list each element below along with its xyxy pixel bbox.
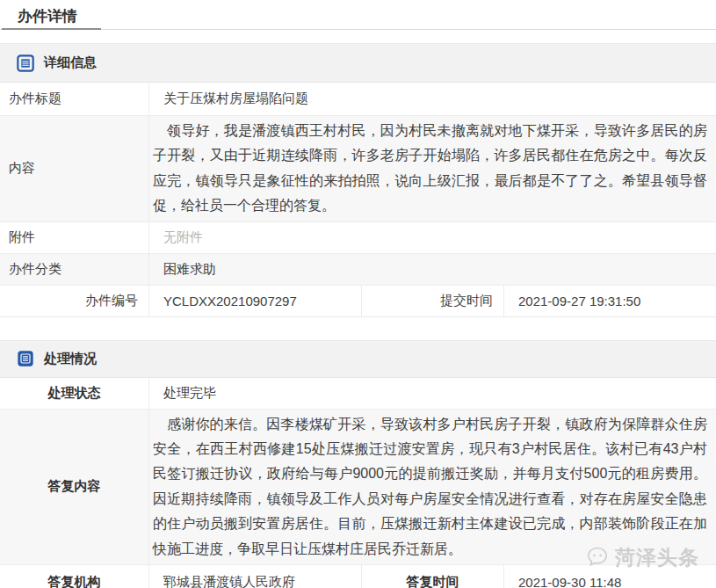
category-label: 办件分类 — [0, 254, 149, 285]
submit-time-label: 提交时间 — [362, 286, 504, 316]
case-title-label: 办件标题 — [0, 83, 149, 115]
table-row: 办件标题 关于压煤村房屋塌陷问题 — [0, 83, 716, 116]
reply-agency-value: 郓城县潘渡镇人民政府 — [149, 565, 362, 588]
content-value: 领导好，我是潘渡镇西王村村民，因为村民未撤离就对地下煤开采，导致许多居民的房子开… — [149, 116, 716, 221]
reply-note-icon — [17, 350, 34, 367]
table-row: 答复机构 郓城县潘渡镇人民政府 答复时间 2021-09-30 11:48 — [0, 565, 716, 588]
table-row: 答复内容 感谢你的来信。因李楼煤矿开采，导致该村多户村民房子开裂，镇政府为保障群… — [0, 410, 716, 565]
table-row: 内容 领导好，我是潘渡镇西王村村民，因为村民未撤离就对地下煤开采，导致许多居民的… — [0, 116, 716, 222]
process-section-title: 处理情况 — [44, 351, 97, 367]
process-status-section: 处理情况 处理状态 处理完毕 答复内容 感谢你的来信。因李楼煤矿开采，导致该村多… — [0, 340, 716, 588]
table-row: 处理状态 处理完毕 — [0, 378, 716, 410]
detail-section-header: 详细信息 — [0, 44, 716, 83]
table-row: 办件分类 困难求助 — [0, 254, 716, 286]
process-status-label: 处理状态 — [0, 378, 149, 409]
reply-content-label: 答复内容 — [0, 410, 149, 564]
table-row: 附件 无附件 — [0, 222, 716, 254]
reply-time-value: 2021-09-30 11:48 — [504, 565, 716, 588]
case-title-value: 关于压煤村房屋塌陷问题 — [149, 83, 716, 115]
reply-agency-label: 答复机构 — [0, 565, 149, 588]
reply-time-label: 答复时间 — [362, 565, 504, 588]
page-title-bar: 办件详情 — [0, 0, 716, 30]
detail-section-title: 详细信息 — [44, 54, 97, 71]
case-number-label: 办件编号 — [0, 286, 149, 316]
submit-time-value: 2021-09-27 19:31:50 — [504, 286, 716, 316]
page-title: 办件详情 — [0, 0, 716, 26]
reply-content-value: 感谢你的来信。因李楼煤矿开采，导致该村多户村民房子开裂，镇政府为保障群众住房安全… — [149, 410, 716, 564]
document-frame-icon — [17, 54, 34, 72]
table-row: 办件编号 YCLDXX20210907297 提交时间 2021-09-27 1… — [0, 286, 716, 316]
category-value: 困难求助 — [149, 254, 716, 285]
title-divider-accent — [2, 28, 101, 30]
attachment-label: 附件 — [0, 222, 149, 253]
content-label: 内容 — [0, 116, 149, 221]
case-number-value: YCLDXX20210907297 — [149, 286, 362, 316]
detail-info-section: 详细信息 办件标题 关于压煤村房屋塌陷问题 内容 领导好，我是潘渡镇西王村村民，… — [0, 43, 716, 317]
title-divider — [0, 29, 716, 30]
attachment-value: 无附件 — [149, 222, 716, 253]
process-section-header: 处理情况 — [0, 341, 716, 378]
process-status-value: 处理完毕 — [149, 378, 716, 409]
